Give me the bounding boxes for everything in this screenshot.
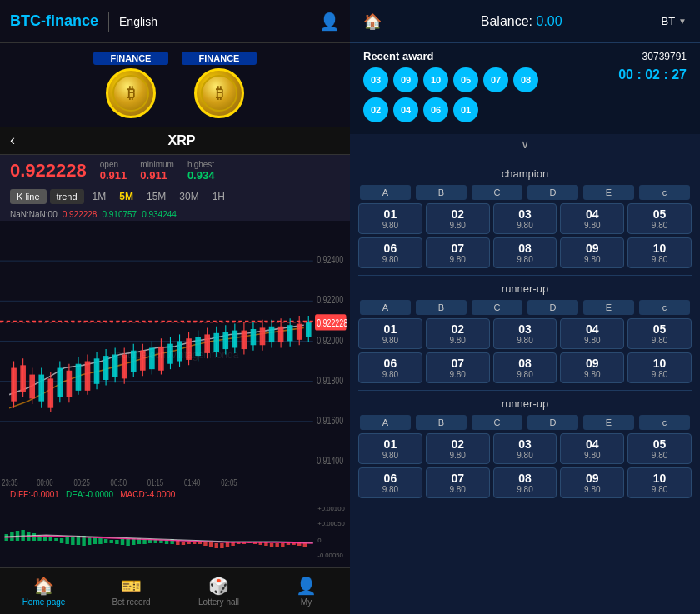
runnerup2-03[interactable]: 039.80 (493, 433, 558, 464)
svg-rect-137 (275, 543, 278, 547)
runnerup1-03[interactable]: 039.80 (493, 318, 558, 349)
champion-10[interactable]: 109.80 (628, 237, 692, 268)
language-text[interactable]: English (119, 15, 158, 28)
runnerup2-header-cc[interactable]: c (639, 415, 690, 430)
chart-price1: 0.922228 (62, 210, 98, 219)
champion-01[interactable]: 019.80 (358, 203, 422, 234)
runnerup2-header-d[interactable]: D (528, 415, 578, 430)
champion-header-c[interactable]: C (472, 185, 522, 200)
runnerup1-08[interactable]: 089.80 (493, 352, 558, 383)
award-ball-03: 03 (363, 67, 388, 92)
nav-lottery[interactable]: 🎲 Lottery hall (175, 568, 262, 614)
runnerup1-04[interactable]: 049.80 (560, 318, 624, 349)
runnerup2-04[interactable]: 049.80 (560, 433, 624, 464)
svg-rect-98 (60, 538, 63, 543)
time-30m[interactable]: 30M (174, 188, 203, 205)
min-value: 0.911 (140, 169, 168, 182)
candlestick-chart: 0.92400 0.92200 0.92000 0.91800 0.91600 … (0, 221, 350, 488)
nav-home[interactable]: 🏠 Home page (0, 568, 88, 614)
champion-07[interactable]: 079.80 (426, 237, 490, 268)
main-price: 0.922228 (10, 160, 87, 182)
runnerup1-header-d[interactable]: D (528, 300, 578, 315)
runnerup2-header-c[interactable]: C (472, 415, 522, 430)
finance-card-1[interactable]: FINANCE ₿ (93, 52, 168, 118)
time-5m[interactable]: 5M (114, 188, 138, 205)
runnerup2-07[interactable]: 079.80 (426, 467, 490, 498)
runnerup1-header-c[interactable]: C (472, 300, 522, 315)
runnerup1-05[interactable]: 059.80 (628, 318, 692, 349)
runnerup2-06[interactable]: 069.80 (358, 467, 422, 498)
coin-2: ₿ (194, 68, 244, 118)
svg-rect-142 (303, 543, 307, 547)
runnerup1-09[interactable]: 099.80 (560, 352, 624, 383)
currency-dropdown[interactable]: BT ▼ (661, 15, 687, 27)
champion-08[interactable]: 089.80 (493, 237, 558, 268)
runnerup2-title: runner-up (358, 397, 692, 410)
open-stat: open 0.911 (100, 160, 128, 182)
champion-03[interactable]: 039.80 (493, 203, 558, 234)
runnerup1-header-cc[interactable]: c (639, 300, 690, 315)
runnerup2-header-b[interactable]: B (416, 415, 467, 430)
champion-05[interactable]: 059.80 (628, 203, 692, 234)
svg-text:0.91600: 0.91600 (317, 414, 343, 426)
expand-row[interactable]: ∨ (350, 134, 700, 154)
runnerup2-01[interactable]: 019.80 (358, 433, 422, 464)
runnerup1-header-b[interactable]: B (416, 300, 467, 315)
runnerup2-header-a[interactable]: A (360, 415, 411, 430)
runnerup2-section: runner-up A B C D E c 019.80 029.80 039.… (358, 397, 692, 498)
finance-card-2[interactable]: FINANCE ₿ (182, 52, 257, 118)
time-1m[interactable]: 1M (88, 188, 112, 205)
runnerup1-grid: 019.80 029.80 039.80 049.80 059.80 069.8… (358, 318, 692, 383)
right-home-icon[interactable]: 🏠 (363, 12, 382, 31)
time-1h[interactable]: 1H (208, 188, 230, 205)
award-title: Recent award (363, 50, 434, 62)
nav-bet-record[interactable]: 🎫 Bet record (88, 568, 175, 614)
runnerup1-02[interactable]: 029.80 (426, 318, 490, 349)
champion-04[interactable]: 049.80 (560, 203, 624, 234)
champion-09[interactable]: 099.80 (560, 237, 624, 268)
back-arrow[interactable]: ‹ (10, 132, 15, 149)
runnerup1-06[interactable]: 069.80 (358, 352, 422, 383)
nav-my[interactable]: 👤 My (262, 568, 350, 614)
runnerup2-10[interactable]: 109.80 (628, 467, 692, 498)
runnerup1-header-e[interactable]: E (583, 300, 634, 315)
runnerup2-05[interactable]: 059.80 (628, 433, 692, 464)
trend-button[interactable]: trend (50, 189, 84, 204)
svg-text:01:15: 01:15 (148, 477, 163, 487)
champion-06[interactable]: 069.80 (358, 237, 422, 268)
svg-text:0.92200: 0.92200 (317, 294, 343, 306)
svg-rect-128 (226, 542, 229, 547)
champion-header-d[interactable]: D (528, 185, 578, 200)
runnerup2-09[interactable]: 099.80 (560, 467, 624, 498)
runnerup1-07[interactable]: 079.80 (426, 352, 490, 383)
runnerup2-02[interactable]: 029.80 (426, 433, 490, 464)
runnerup2-header-e[interactable]: E (583, 415, 634, 430)
award-header-row: Recent award 30739791 (363, 50, 687, 62)
champion-header-a[interactable]: A (360, 185, 411, 200)
svg-rect-125 (209, 542, 212, 547)
kline-button[interactable]: K line (10, 189, 47, 204)
profile-icon[interactable]: 👤 (319, 12, 340, 32)
section-divider-1 (358, 275, 692, 276)
champion-header-cc[interactable]: c (639, 185, 690, 200)
svg-rect-115 (154, 540, 158, 543)
champion-header-e[interactable]: E (583, 185, 634, 200)
runnerup1-01[interactable]: 019.80 (358, 318, 422, 349)
runnerup2-08[interactable]: 089.80 (493, 467, 558, 498)
champion-header-b[interactable]: B (416, 185, 467, 200)
award-balls-row2: 02 04 06 01 (363, 97, 538, 122)
mini-chart: +0.00100 +0.00050 0 -0.00050 (0, 501, 350, 567)
left-panel: BTC-finance English 👤 FINANCE ₿ FINANCE … (0, 0, 350, 614)
coin-inner-1: ₿ (112, 75, 149, 112)
runnerup1-10[interactable]: 109.80 (628, 352, 692, 383)
svg-text:-0.00050: -0.00050 (318, 552, 342, 559)
svg-text:23:35: 23:35 (2, 477, 18, 487)
champion-02[interactable]: 029.80 (426, 203, 490, 234)
macd-indicator: DIFF:-0.0001 DEA:-0.0000 MACD:-4.0000 (0, 488, 350, 501)
award-ball-10: 10 (423, 67, 448, 92)
runnerup2-header-row: A B C D E c (358, 415, 692, 430)
runnerup1-header-a[interactable]: A (360, 300, 411, 315)
betting-sections: champion A B C D E c 019.80 029.80 039.8… (350, 154, 700, 512)
home-nav-label: Home page (22, 597, 66, 607)
time-15m[interactable]: 15M (142, 188, 171, 205)
